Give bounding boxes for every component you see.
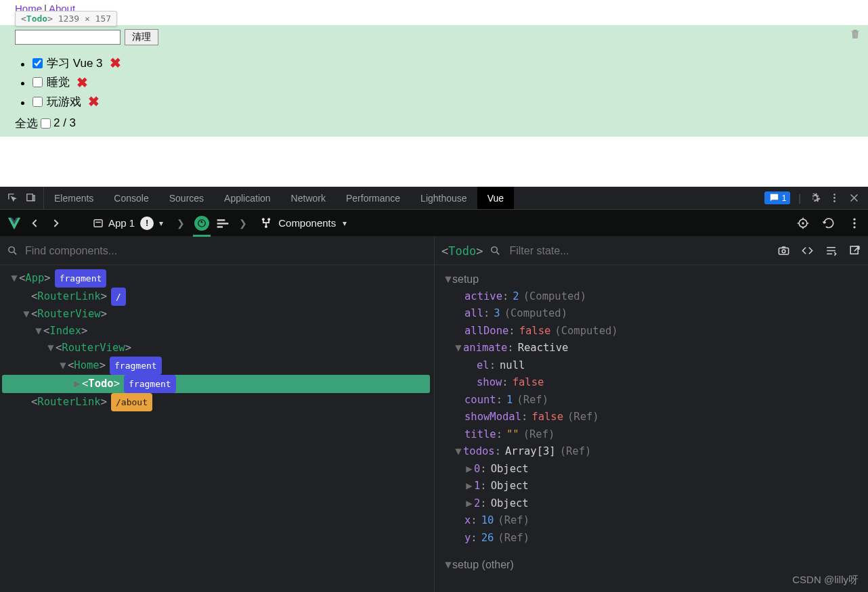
todo-checkbox[interactable] (32, 58, 43, 68)
more-icon[interactable] (829, 192, 840, 204)
fragment-badge: fragment (110, 357, 162, 375)
open-external-icon[interactable] (848, 244, 861, 257)
delete-icon[interactable]: ✖ (77, 74, 88, 91)
collapse-icon[interactable]: ▼ (46, 340, 56, 357)
collapse-icon[interactable]: ▼ (454, 340, 463, 357)
todo-list: 学习 Vue 3✖ 睡觉✖ 玩游戏✖ (32, 55, 868, 110)
delete-icon[interactable]: ✖ (110, 55, 121, 71)
component-name: Index (49, 323, 81, 340)
tab-performance[interactable]: Performance (336, 187, 410, 209)
tree-node-routerview[interactable]: ▼<RouterView> (0, 340, 434, 357)
select-all-checkbox[interactable] (41, 118, 51, 129)
tab-application[interactable]: Application (214, 187, 281, 209)
collapse-icon[interactable]: ▼ (9, 270, 19, 287)
components-selector[interactable]: Components ▾ (259, 217, 347, 230)
tree-node-routerlink[interactable]: <RouterLink>/about (0, 393, 434, 411)
chevron-down-icon: ▾ (343, 219, 347, 228)
todo-checkbox[interactable] (32, 97, 43, 107)
component-name: RouterLink (37, 394, 100, 411)
component-name: RouterView (62, 340, 125, 357)
expand-icon[interactable]: ▶ (464, 461, 474, 478)
dimension-tooltip: <Todo> 1239 × 157 (15, 11, 117, 26)
tab-console[interactable]: Console (104, 187, 158, 209)
collapse-icon[interactable]: ▼ (443, 271, 452, 288)
device-toggle-icon[interactable] (25, 192, 37, 204)
target-icon[interactable] (796, 217, 810, 230)
scroll-to-icon[interactable] (825, 244, 838, 257)
svg-rect-8 (217, 226, 223, 228)
expand-icon[interactable]: ▶ (464, 495, 474, 513)
delete-icon[interactable]: ✖ (88, 93, 100, 110)
vue-toolbar: App 1 ! ▾ ❯ ❯ Components ▾ (0, 210, 868, 237)
app-selector[interactable]: App 1 ! ▾ (88, 215, 167, 231)
todo-item: 学习 Vue 3✖ (32, 55, 868, 72)
fragment-badge: / (111, 288, 126, 306)
tree-node-routerview[interactable]: ▼<RouterView> (0, 306, 434, 323)
svg-point-14 (853, 218, 855, 220)
svg-rect-3 (94, 219, 102, 227)
tree-node-app[interactable]: ▼<App>fragment (0, 269, 434, 288)
svg-point-9 (262, 218, 265, 221)
collapse-icon[interactable]: ▼ (58, 357, 68, 374)
component-name: RouterView (37, 306, 100, 323)
tab-sources[interactable]: Sources (159, 187, 214, 209)
svg-rect-4 (95, 221, 101, 223)
tree-node-routerlink[interactable]: <RouterLink>/ (0, 288, 434, 306)
todo-label: 玩游戏 (47, 94, 81, 110)
inspector-compass-icon[interactable] (194, 216, 209, 231)
route-badge: /about (111, 393, 152, 411)
todo-checkbox[interactable] (32, 77, 43, 87)
search-icon (490, 245, 501, 256)
camera-icon[interactable] (777, 244, 790, 257)
collapse-icon[interactable]: ▼ (22, 306, 31, 323)
chevron-down-icon: ▾ (159, 219, 163, 228)
tab-network[interactable]: Network (281, 187, 336, 209)
tab-lighthouse[interactable]: Lighthouse (410, 187, 477, 209)
expand-icon[interactable]: ▶ (464, 478, 474, 495)
code-icon[interactable] (801, 244, 814, 257)
expand-icon[interactable]: ▶ (72, 375, 82, 392)
app-label: App 1 (108, 217, 135, 229)
new-todo-input[interactable] (15, 30, 121, 45)
svg-point-1 (833, 197, 836, 199)
tab-elements[interactable]: Elements (44, 187, 104, 209)
find-components-input[interactable] (24, 244, 427, 258)
component-name: App (25, 270, 44, 287)
timeline-icon[interactable] (216, 218, 230, 229)
selected-component-tag: <Todo> (441, 244, 483, 258)
svg-rect-19 (779, 248, 788, 255)
more-icon[interactable] (848, 217, 861, 230)
inspect-icon[interactable] (7, 192, 18, 204)
back-icon[interactable] (28, 217, 42, 230)
refresh-icon[interactable] (822, 217, 836, 230)
collapse-icon[interactable]: ▼ (443, 556, 452, 574)
warning-badge-icon: ! (140, 217, 154, 230)
settings-gear-icon[interactable] (809, 192, 821, 204)
tree-node-home[interactable]: ▼<Home>fragment (0, 357, 434, 375)
svg-rect-21 (850, 246, 858, 254)
clean-button[interactable]: 清理 (125, 29, 158, 45)
todo-component-region: 清理 学习 Vue 3✖ 睡觉✖ 玩游戏✖ 全选 2 / 3 (0, 25, 868, 137)
collapse-icon[interactable]: ▼ (34, 323, 43, 340)
svg-point-13 (802, 222, 804, 224)
component-tree-pane: ▼<App>fragment<RouterLink>/▼<RouterView>… (0, 237, 435, 592)
trash-icon[interactable] (849, 26, 861, 41)
tab-vue[interactable]: Vue (477, 187, 514, 209)
close-icon[interactable] (848, 192, 860, 204)
svg-point-20 (782, 250, 785, 253)
component-name: Home (74, 357, 99, 374)
state-pane: <Todo> ▼setup active:2(Computed) all:3(C… (435, 237, 868, 592)
svg-point-11 (265, 225, 267, 228)
issues-badge[interactable]: 1 (764, 191, 791, 204)
tree-node-index[interactable]: ▼<Index> (0, 323, 434, 340)
tree-node-todo[interactable]: ▶<Todo>fragment (2, 375, 430, 393)
collapse-icon[interactable]: ▼ (454, 443, 463, 461)
devtools-panel: Elements Console Sources Application Net… (0, 187, 868, 592)
filter-state-input[interactable] (508, 244, 771, 258)
svg-point-15 (853, 222, 855, 224)
component-name: Todo (88, 375, 113, 392)
svg-point-16 (853, 226, 855, 228)
page-nav: Home|About (0, 0, 868, 14)
components-label: Components (278, 217, 336, 229)
forward-icon[interactable] (49, 217, 62, 230)
